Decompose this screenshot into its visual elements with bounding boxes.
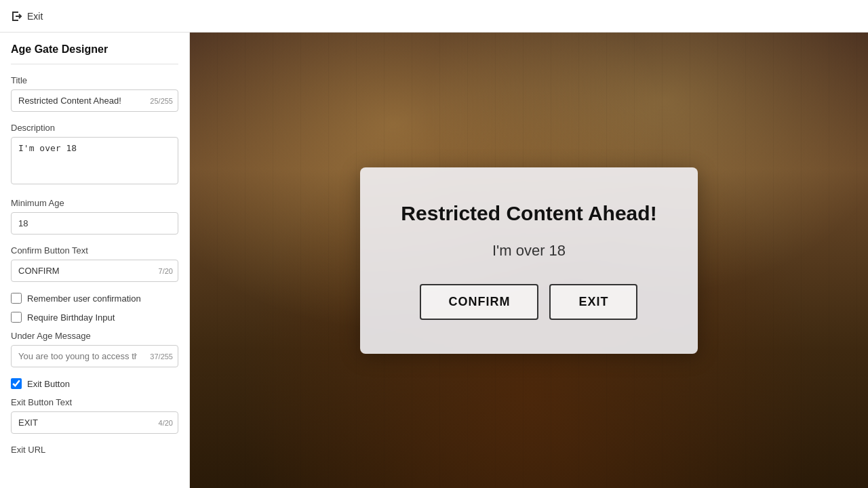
sidebar: Age Gate Designer Title 25/255 Descripti… [0,33,190,488]
title-input-wrapper: 25/255 [11,89,178,112]
exit-button-label: Exit Button [27,379,70,389]
confirm-btn-char-count: 7/20 [159,267,173,275]
min-age-input-wrapper [11,212,178,235]
exit-label: Exit [27,11,43,22]
under-age-char-count: 37/255 [150,352,173,361]
under-age-message-label: Under Age Message [11,331,178,341]
under-age-message-field-group: Under Age Message 37/255 [11,331,178,367]
description-label: Description [11,123,178,133]
exit-url-field-group: Exit URL [11,445,178,455]
confirm-btn-text-label: Confirm Button Text [11,245,178,256]
remember-user-checkbox[interactable] [11,293,22,304]
confirm-btn-text-field-group: Confirm Button Text 7/20 [11,245,178,282]
exit-btn-text-field-group: Exit Button Text 4/20 [11,397,178,434]
exit-btn-text-input-wrapper: 4/20 [11,411,178,434]
exit-button-checkbox[interactable] [11,378,22,389]
age-gate-dialog: Restricted Content Ahead! I'm over 18 CO… [360,167,697,354]
dialog-title: Restricted Content Ahead! [401,201,656,226]
exit-url-label: Exit URL [11,445,178,455]
remember-user-label: Remember user confirmation [27,293,141,304]
top-bar: Exit [0,0,868,33]
description-textarea[interactable] [11,137,178,184]
age-gate-overlay: Restricted Content Ahead! I'm over 18 CO… [190,33,868,488]
min-age-field-group: Minimum Age [11,198,178,235]
confirm-btn-text-input[interactable] [11,260,178,282]
preview-area: Restricted Content Ahead! I'm over 18 CO… [190,33,868,488]
confirm-btn-text-input-wrapper: 7/20 [11,260,178,282]
exit-btn-text-label: Exit Button Text [11,397,178,407]
title-char-count: 25/255 [150,97,173,105]
dialog-description: I'm over 18 [401,242,656,260]
require-birthday-label: Require Birthday Input [27,312,115,323]
dialog-exit-button[interactable]: EXIT [549,284,637,320]
min-age-input[interactable] [11,212,178,235]
under-age-message-input-wrapper: 37/255 [11,345,178,367]
exit-btn-char-count: 4/20 [159,419,173,427]
exit-icon [11,10,23,22]
remember-user-row: Remember user confirmation [11,293,178,304]
sidebar-title: Age Gate Designer [11,43,178,64]
dialog-confirm-button[interactable]: CONFIRM [420,284,538,320]
description-field-group: Description [11,123,178,187]
title-label: Title [11,75,178,85]
exit-button[interactable]: Exit [11,10,43,22]
require-birthday-checkbox[interactable] [11,312,22,323]
title-field-group: Title 25/255 [11,75,178,112]
main-layout: Age Gate Designer Title 25/255 Descripti… [0,33,868,488]
require-birthday-row: Require Birthday Input [11,312,178,323]
exit-btn-text-input[interactable] [11,411,178,434]
min-age-label: Minimum Age [11,198,178,208]
exit-button-row: Exit Button [11,378,178,389]
dialog-buttons: CONFIRM EXIT [401,284,656,320]
